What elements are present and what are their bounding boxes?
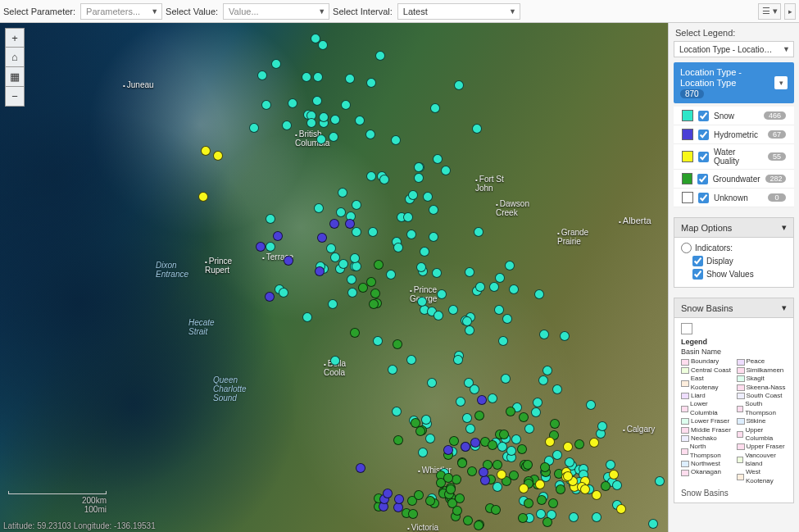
station-marker[interactable] xyxy=(517,444,527,454)
legend-checkbox[interactable] xyxy=(698,152,709,162)
station-marker[interactable] xyxy=(345,219,355,229)
station-marker[interactable] xyxy=(502,314,512,324)
basemap-button[interactable]: ▦ xyxy=(5,67,25,87)
station-marker[interactable] xyxy=(531,407,541,417)
station-marker[interactable] xyxy=(505,261,515,271)
station-marker[interactable] xyxy=(533,398,543,407)
station-marker[interactable] xyxy=(495,273,505,283)
station-marker[interactable] xyxy=(498,336,508,346)
station-marker[interactable] xyxy=(271,59,281,69)
station-marker[interactable] xyxy=(352,200,361,210)
station-marker[interactable] xyxy=(539,330,549,339)
station-marker[interactable] xyxy=(537,495,547,505)
station-marker[interactable] xyxy=(474,411,484,421)
station-marker[interactable] xyxy=(457,458,467,468)
station-marker[interactable] xyxy=(427,378,437,388)
station-marker[interactable] xyxy=(534,289,544,299)
station-marker[interactable] xyxy=(366,78,376,88)
station-marker[interactable] xyxy=(421,415,431,425)
station-marker[interactable] xyxy=(306,118,316,128)
legend-checkbox[interactable] xyxy=(698,193,709,203)
station-marker[interactable] xyxy=(414,173,424,183)
station-marker[interactable] xyxy=(509,284,519,294)
station-marker[interactable] xyxy=(288,98,297,108)
station-marker[interactable] xyxy=(479,467,488,477)
station-marker[interactable] xyxy=(493,460,502,470)
station-marker[interactable] xyxy=(548,498,558,508)
station-marker[interactable] xyxy=(266,242,275,252)
station-marker[interactable] xyxy=(560,331,570,341)
station-marker[interactable] xyxy=(370,289,380,298)
param-dropdown[interactable]: Parameters...▼ xyxy=(80,3,162,20)
station-marker[interactable] xyxy=(545,437,555,447)
station-marker[interactable] xyxy=(347,275,356,284)
station-marker[interactable] xyxy=(601,481,611,491)
station-marker[interactable] xyxy=(589,438,599,448)
station-marker[interactable] xyxy=(213,151,223,161)
station-marker[interactable] xyxy=(433,154,443,164)
station-marker[interactable] xyxy=(524,498,533,508)
station-marker[interactable] xyxy=(408,190,418,200)
station-marker[interactable] xyxy=(592,490,602,500)
station-marker[interactable] xyxy=(491,505,501,515)
snow-basins-header[interactable]: Snow Basins ▾ xyxy=(674,298,794,318)
indicators-radio[interactable] xyxy=(681,243,692,253)
value-dropdown[interactable]: Value...▼ xyxy=(223,3,329,20)
station-marker[interactable] xyxy=(249,123,259,133)
station-marker[interactable] xyxy=(329,132,338,142)
station-marker[interactable] xyxy=(488,393,497,403)
station-marker[interactable] xyxy=(345,74,355,84)
station-marker[interactable] xyxy=(414,162,424,172)
station-marker[interactable] xyxy=(462,413,472,423)
station-marker[interactable] xyxy=(432,268,442,278)
station-marker[interactable] xyxy=(580,484,590,494)
station-marker[interactable] xyxy=(519,412,529,422)
station-marker[interactable] xyxy=(446,484,456,494)
station-marker[interactable] xyxy=(416,262,426,272)
station-marker[interactable] xyxy=(456,397,465,407)
station-marker[interactable] xyxy=(465,424,475,434)
station-marker[interactable] xyxy=(369,299,379,309)
station-marker[interactable] xyxy=(316,134,326,144)
station-marker[interactable] xyxy=(352,227,361,237)
station-marker[interactable] xyxy=(366,171,376,181)
interval-dropdown[interactable]: Latest▼ xyxy=(397,3,520,20)
station-marker[interactable] xyxy=(477,395,487,405)
station-marker[interactable] xyxy=(393,243,403,252)
station-marker[interactable] xyxy=(455,493,465,503)
station-marker[interactable] xyxy=(565,457,574,467)
station-marker[interactable] xyxy=(312,96,322,106)
station-marker[interactable] xyxy=(511,434,521,444)
station-marker[interactable] xyxy=(341,100,351,110)
station-marker[interactable] xyxy=(393,339,402,349)
station-marker[interactable] xyxy=(318,40,328,50)
station-marker[interactable] xyxy=(388,365,397,375)
station-marker[interactable] xyxy=(592,512,602,522)
station-marker[interactable] xyxy=(425,434,435,443)
station-marker[interactable] xyxy=(313,72,323,82)
station-marker[interactable] xyxy=(328,299,338,309)
station-marker[interactable] xyxy=(350,328,360,338)
station-marker[interactable] xyxy=(452,506,462,516)
station-marker[interactable] xyxy=(273,231,283,241)
station-marker[interactable] xyxy=(329,219,339,229)
station-marker[interactable] xyxy=(499,430,509,439)
station-marker[interactable] xyxy=(330,356,340,366)
legend-collapse-button[interactable]: ▾ xyxy=(774,76,788,89)
station-marker[interactable] xyxy=(394,494,404,504)
station-marker[interactable] xyxy=(463,516,473,525)
station-marker[interactable] xyxy=(609,470,619,480)
station-marker[interactable] xyxy=(420,247,429,257)
station-marker[interactable] xyxy=(429,232,438,242)
station-marker[interactable] xyxy=(314,203,324,213)
station-marker[interactable] xyxy=(256,242,266,252)
station-marker[interactable] xyxy=(497,470,506,480)
station-marker[interactable] xyxy=(284,256,293,266)
zoom-in-button[interactable]: + xyxy=(5,28,25,48)
station-marker[interactable] xyxy=(648,519,658,529)
station-marker[interactable] xyxy=(201,146,211,156)
station-marker[interactable] xyxy=(302,72,311,82)
station-marker[interactable] xyxy=(425,496,435,506)
zoom-out-button[interactable]: − xyxy=(5,87,25,107)
basins-visibility-toggle[interactable] xyxy=(681,323,692,334)
